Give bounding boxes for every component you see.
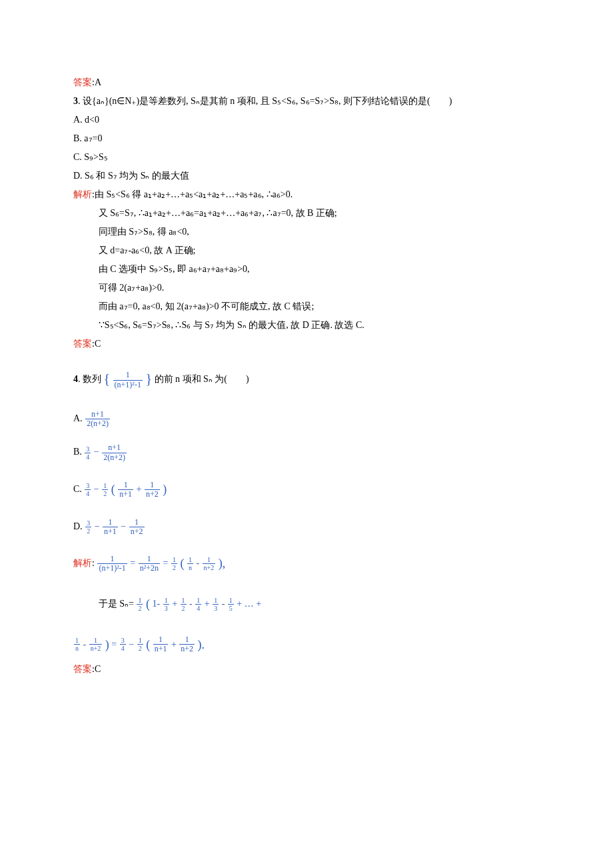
q3-answer: 答案:C (73, 335, 540, 353)
q4-optC: C. 34 − 12 ( 1n+1 + 1n+2 ) (73, 474, 540, 505)
q4-C-f1: 1n+1 (118, 481, 133, 499)
q4-A-frac: n+1 2(n+2) (85, 410, 110, 428)
q4-sol2: 于是 Sₙ= 12 ( 1- 13 + 12 - 14 + 13 - 15 + … (99, 589, 540, 620)
q4-sol1: 解析: 1(n+1)²-1 = 1n²+2n = 12 ( 1n - 1n+2 … (73, 548, 540, 579)
q3-sol1-t: :由 S₅<S₆ 得 a₁+a₂+…+a₅<a₁+a₂+…+a₅+a₆, ∴a₆… (92, 189, 293, 199)
q4-C-12: 12 (102, 482, 108, 497)
paren-r-icon: ) (163, 483, 167, 496)
q3-sol5: 由 C 选项中 S₉>S₅, 即 a₆+a₇+a₈+a₉>0, (99, 260, 540, 279)
q4-C-label: C. (73, 483, 82, 493)
paren-l-icon: ( (111, 483, 115, 496)
q4-D-f2: 1n+2 (129, 518, 145, 536)
q4-stem: 4. 数列 { 1 (n+1)²-1 } 的前 n 项和 Sₙ 为( ) (73, 363, 540, 397)
q3-num: 3 (73, 96, 78, 106)
q4-answer: 答案:C (73, 660, 540, 679)
ans2-val: :A (92, 77, 101, 87)
q3-sol7: 而由 a₇=0, a₈<0, 知 2(a₇+a₈)>0 不可能成立, 故 C 错… (99, 297, 540, 316)
q3-ans-label: 答案 (73, 339, 92, 349)
answer-2: 答案:A (73, 73, 540, 92)
q4-frac: 1 (n+1)²-1 (113, 371, 143, 389)
q4-B-minus: − (94, 447, 99, 457)
q4-C-f2: 1n+2 (145, 481, 160, 499)
q4-optB: B. 34 − n+12(n+2) (73, 440, 540, 464)
q4-A-label: A. (73, 413, 83, 423)
q4-D-label: D. (73, 521, 83, 531)
q4-C-34: 34 (85, 482, 91, 497)
q4-B-34: 34 (85, 445, 91, 461)
q3-sol6: 可得 2(a₇+a₈)>0. (99, 279, 540, 297)
q3-stem: 3. 设{aₙ}(n∈N₊)是等差数列, Sₙ是其前 n 项和, 且 S₅<S₆… (73, 92, 540, 111)
q4-ans-label: 答案 (73, 664, 92, 674)
q3-optA: A. d<0 (73, 111, 540, 129)
ans2-label: 答案 (73, 77, 92, 87)
q4-sol3: 1n - 1n+2 ) = 34 − 12 ( 1n+1 + 1n+2 ). (73, 629, 540, 661)
q4-num: 4 (73, 374, 78, 384)
q4-sol-label: 解析 (73, 558, 92, 568)
q3-optB: B. a₇=0 (73, 129, 540, 148)
q4-optA: A. n+1 2(n+2) (73, 407, 540, 431)
q4-sol2-pre: 于是 Sₙ= (99, 598, 134, 608)
q3-sol1: 解析:由 S₅<S₆ 得 a₁+a₂+…+a₅<a₁+a₂+…+a₅+a₆, ∴… (73, 185, 540, 204)
q3-sol4: 又 d=a₇-a₆<0, 故 A 正确; (99, 241, 540, 260)
q3-sol8: ∵S₅<S₆, S₆=S₇>S₈, ∴S₆ 与 S₇ 均为 Sₙ 的最大值, 故… (99, 316, 540, 335)
q3-sol2: 又 S₆=S₇, ∴a₁+a₂+…+a₆=a₁+a₂+…+a₆+a₇, ∴a₇=… (99, 204, 540, 223)
q4-pre: . 数列 (78, 374, 101, 384)
q4-post: 的前 n 项和 Sₙ 为( ) (155, 374, 249, 384)
q4-D-f1: 1n+1 (103, 518, 118, 536)
q4-optD: D. 32 − 1n+1 − 1n+2 (73, 515, 540, 539)
q4-B-label: B. (73, 447, 82, 457)
q3-sol-label: 解析 (73, 189, 92, 199)
q3-sol3: 同理由 S₇>S₈, 得 a₈<0, (99, 223, 540, 241)
q3-ans: :C (92, 339, 101, 349)
q3-optC: C. S₉>S₅ (73, 148, 540, 167)
q4-ans: :C (92, 664, 101, 674)
q3-text: . 设{aₙ}(n∈N₊)是等差数列, Sₙ是其前 n 项和, 且 S₅<S₆,… (78, 96, 452, 106)
brace-l-icon: { (104, 361, 111, 396)
brace-r-icon: } (145, 361, 152, 396)
q3-optD: D. S₆ 和 S₇ 均为 Sₙ 的最大值 (73, 167, 540, 185)
q4-D-32: 32 (85, 519, 91, 535)
q4-B-frac2: n+12(n+2) (102, 443, 127, 461)
